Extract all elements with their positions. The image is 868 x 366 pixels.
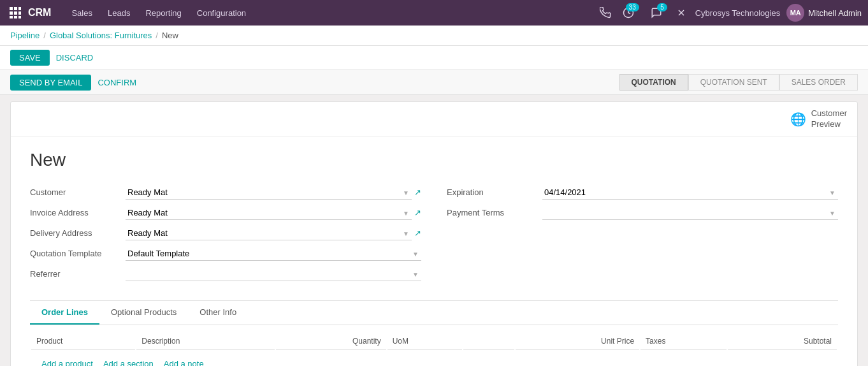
form-grid: Customer ▼ ↗ Invoice Address ▼ xyxy=(30,186,838,288)
svg-rect-7 xyxy=(14,16,17,18)
grid-menu-icon[interactable] xyxy=(6,4,24,22)
quotation-template-label: Quotation Template xyxy=(30,249,126,258)
tabs-header: Order Lines Optional Products Other Info xyxy=(30,301,838,325)
main-content: 🌐 CustomerPreview New Customer ▼ ↗ xyxy=(0,95,868,366)
svg-rect-4 xyxy=(14,11,17,15)
svg-rect-1 xyxy=(14,7,17,10)
invoice-dropdown-arrow: ▼ xyxy=(403,210,409,217)
expiration-row: Expiration ▼ xyxy=(447,186,838,200)
referrer-select[interactable] xyxy=(126,267,421,281)
payment-terms-label: Payment Terms xyxy=(447,208,542,217)
template-dropdown-arrow: ▼ xyxy=(412,251,419,258)
table-body: Add a product Add a section Add a note xyxy=(31,351,837,366)
svg-rect-2 xyxy=(18,7,21,10)
discard-button[interactable]: DISCARD xyxy=(56,53,94,62)
confirm-button[interactable]: CONFIRM xyxy=(98,78,136,87)
card-header: 🌐 CustomerPreview xyxy=(11,102,857,137)
menu-configuration[interactable]: Configuration xyxy=(191,0,252,26)
phone-icon[interactable] xyxy=(600,7,611,18)
svg-rect-5 xyxy=(18,11,21,15)
menu-reporting[interactable]: Reporting xyxy=(139,0,187,26)
svg-rect-8 xyxy=(18,16,21,18)
activity-icon[interactable]: 33 xyxy=(623,7,634,18)
activity-badge: 33 xyxy=(626,3,639,11)
svg-rect-6 xyxy=(10,16,13,18)
payment-terms-select[interactable] xyxy=(542,206,838,220)
customer-row: Customer ▼ ↗ xyxy=(30,186,421,200)
payment-terms-row: Payment Terms ▼ xyxy=(447,206,838,220)
send-email-button[interactable]: SEND BY EMAIL xyxy=(10,75,91,91)
col-description: Description xyxy=(136,333,275,350)
delivery-address-input[interactable] xyxy=(126,226,412,240)
quotation-template-row: Quotation Template Default Template ▼ xyxy=(30,247,421,261)
col-uom: UoM xyxy=(387,333,463,350)
topnav-right: 33 5 Cybrosys Technologies MA Mitchell A… xyxy=(600,4,862,22)
payment-terms-dropdown-arrow: ▼ xyxy=(829,210,835,217)
tab-other-info[interactable]: Other Info xyxy=(188,301,248,325)
action-bar: SEND BY EMAIL CONFIRM QUOTATION QUOTATIO… xyxy=(0,70,868,95)
quotation-template-select[interactable]: Default Template xyxy=(126,247,421,261)
svg-rect-3 xyxy=(10,11,13,15)
app-name: CRM xyxy=(28,7,51,18)
add-section-link[interactable]: Add a section xyxy=(103,359,154,366)
customer-dropdown-arrow: ▼ xyxy=(403,189,409,196)
add-note-link[interactable]: Add a note xyxy=(164,359,204,366)
customer-preview-button[interactable]: 🌐 CustomerPreview xyxy=(790,108,847,130)
breadcrumb-current: New xyxy=(162,31,178,40)
invoice-address-input-wrap: ▼ xyxy=(126,206,412,220)
form-right-col: Expiration ▼ Payment Terms xyxy=(447,186,838,288)
payment-terms-input-wrap: ▼ xyxy=(542,206,838,220)
breadcrumb-sep2: / xyxy=(156,31,158,40)
add-product-link[interactable]: Add a product xyxy=(41,359,93,366)
menu-sales[interactable]: Sales xyxy=(65,0,99,26)
invoice-address-input[interactable] xyxy=(126,206,412,220)
col-taxes: Taxes xyxy=(640,333,727,350)
delivery-address-label: Delivery Address xyxy=(30,228,126,238)
customer-input[interactable] xyxy=(126,186,412,200)
svg-rect-0 xyxy=(10,7,13,10)
table-add-row: Add a product Add a section Add a note xyxy=(31,351,837,366)
save-button[interactable]: SAVE xyxy=(10,50,50,66)
table-add-links: Add a product Add a section Add a note xyxy=(36,355,832,366)
col-spacer xyxy=(463,333,514,350)
customer-external-link-icon[interactable]: ↗ xyxy=(414,187,421,197)
quotation-template-input-wrap: Default Template ▼ xyxy=(126,247,421,261)
expiration-dropdown-arrow: ▼ xyxy=(829,189,835,196)
status-bar: QUOTATION QUOTATION SENT SALES ORDER xyxy=(619,74,858,91)
breadcrumb-pipeline[interactable]: Pipeline xyxy=(10,31,40,40)
table-header-row: Product Description Quantity UoM Unit Pr… xyxy=(31,333,837,350)
user-name: Mitchell Admin xyxy=(808,8,862,18)
col-product: Product xyxy=(31,333,135,350)
tab-optional-products[interactable]: Optional Products xyxy=(99,301,188,325)
status-sales-order[interactable]: SALES ORDER xyxy=(779,74,858,91)
quotation-card: 🌐 CustomerPreview New Customer ▼ ↗ xyxy=(10,101,858,366)
delivery-dropdown-arrow: ▼ xyxy=(403,230,409,237)
expiration-input-wrap: ▼ xyxy=(542,186,838,200)
menu-leads[interactable]: Leads xyxy=(101,0,136,26)
status-quotation[interactable]: QUOTATION xyxy=(619,74,688,91)
customer-label: Customer xyxy=(30,187,126,197)
referrer-row: Referrer ▼ xyxy=(30,267,421,281)
col-quantity: Quantity xyxy=(276,333,386,350)
chat-icon[interactable]: 5 xyxy=(651,7,662,18)
customer-preview-label: CustomerPreview xyxy=(811,108,847,130)
table-add-links-cell: Add a product Add a section Add a note xyxy=(31,351,837,366)
delivery-external-link-icon[interactable]: ↗ xyxy=(414,228,421,238)
close-icon[interactable] xyxy=(676,8,686,18)
invoice-external-link-icon[interactable]: ↗ xyxy=(414,208,421,217)
expiration-label: Expiration xyxy=(447,187,542,197)
referrer-input-wrap: ▼ xyxy=(126,267,421,281)
col-subtotal: Subtotal xyxy=(728,333,837,350)
globe-icon: 🌐 xyxy=(790,112,806,127)
delivery-address-input-wrap: ▼ xyxy=(126,226,412,240)
quotation-body: New Customer ▼ ↗ Invoice Add xyxy=(11,137,857,366)
status-quotation-sent[interactable]: QUOTATION SENT xyxy=(688,74,779,91)
expiration-input[interactable] xyxy=(542,186,838,200)
invoice-address-row: Invoice Address ▼ ↗ xyxy=(30,206,421,220)
form-left-col: Customer ▼ ↗ Invoice Address ▼ xyxy=(30,186,421,288)
user-menu[interactable]: MA Mitchell Admin xyxy=(786,4,862,22)
breadcrumb-company[interactable]: Global Solutions: Furnitures xyxy=(50,31,152,40)
quotation-title: New xyxy=(30,150,838,170)
company-name: Cybrosys Technologies xyxy=(695,8,780,18)
tab-order-lines[interactable]: Order Lines xyxy=(30,301,99,325)
